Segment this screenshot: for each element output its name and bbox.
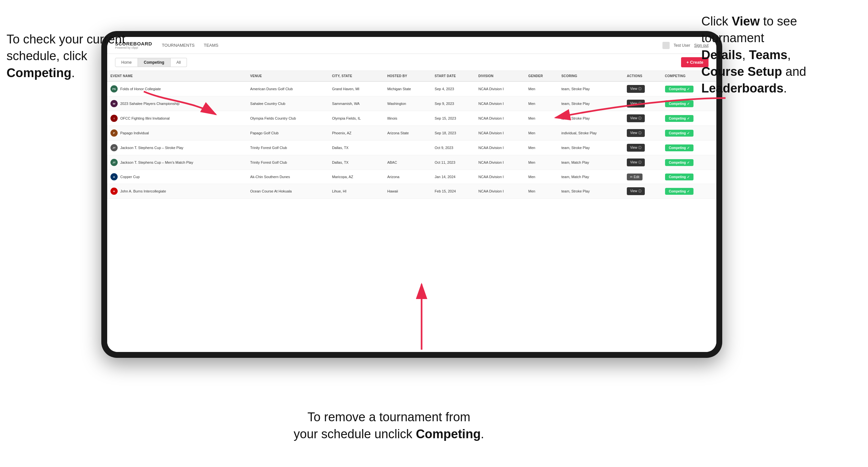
competing-cell: Competing ✓ (662, 170, 716, 184)
table-header-row: EVENT NAME VENUE CITY, STATE HOSTED BY S… (107, 71, 716, 82)
col-division: DIVISION (475, 71, 525, 82)
competing-button[interactable]: Competing ✓ (665, 86, 693, 92)
event-name-text: Copper Cup (120, 175, 140, 179)
table-row: HJohn A. Burns IntercollegiateOcean Cour… (107, 184, 716, 199)
view-button[interactable]: View ⓘ (627, 114, 645, 122)
venue-cell: Trinity Forest Golf Club (247, 155, 329, 170)
table-body: FSFolds of Honor CollegiateAmerican Dune… (107, 82, 716, 199)
competing-cell: Competing ✓ (662, 141, 716, 155)
gender-cell: Men (525, 96, 558, 111)
tablet-screen: SCOREBOARD Powered by clippi TOURNAMENTS… (107, 37, 716, 352)
division-cell: NCAA Division I (475, 126, 525, 141)
team-logo: JT (111, 144, 118, 151)
competing-button[interactable]: Competing ✓ (665, 159, 693, 166)
annotation-tr-bold5: Leaderboards (701, 82, 783, 95)
view-button[interactable]: View ⓘ (627, 85, 645, 93)
annotation-tl-bold: Competing (6, 66, 71, 80)
tablet-frame: SCOREBOARD Powered by clippi TOURNAMENTS… (101, 31, 722, 358)
annotation-tr-bold2: Details (701, 48, 742, 62)
competing-cell: Competing ✓ (662, 184, 716, 199)
view-button[interactable]: View ⓘ (627, 158, 645, 166)
city-state-cell: Phoenix, AZ (329, 126, 384, 141)
team-logo: JT (111, 159, 118, 166)
city-state-cell: Dallas, TX (329, 141, 384, 155)
scoring-cell: team, Stroke Play (558, 111, 624, 126)
division-cell: NCAA Division I (475, 155, 525, 170)
view-button[interactable]: View ⓘ (627, 129, 645, 137)
table-row: JTJackson T. Stephens Cup – Men's Match … (107, 155, 716, 170)
team-logo: H (111, 188, 118, 195)
user-name: Test User (674, 43, 690, 48)
tab-all[interactable]: All (170, 58, 187, 67)
event-name-cell: ACopper Cup (107, 170, 247, 184)
gender-cell: Men (525, 82, 558, 96)
venue-cell: Ocean Course At Hokuala (247, 184, 329, 199)
competing-cell: Competing ✓ (662, 96, 716, 111)
gender-cell: Men (525, 141, 558, 155)
competing-cell: Competing ✓ (662, 111, 716, 126)
competing-button[interactable]: Competing ✓ (665, 145, 693, 151)
actions-cell: View ⓘ (624, 111, 661, 126)
edit-button[interactable]: ✏ Edit (627, 174, 643, 180)
actions-cell: View ⓘ (624, 96, 661, 111)
actions-cell: View ⓘ (624, 82, 661, 96)
actions-cell: View ⓘ (624, 141, 661, 155)
actions-cell: ✏ Edit (624, 170, 661, 184)
city-state-cell: Olympia Fields, IL (329, 111, 384, 126)
view-button[interactable]: View ⓘ (627, 187, 645, 195)
hosted-by-cell: ABAC (384, 155, 431, 170)
annotation-b-text: To remove a tournament fromyour schedule… (294, 410, 484, 440)
team-logo: I (111, 115, 118, 122)
annotation-b-bold: Competing (416, 427, 480, 441)
hosted-by-cell: Hawaii (384, 184, 431, 199)
event-name-cell: PPapago Individual (107, 126, 247, 141)
city-state-cell: Grand Haven, MI (329, 82, 384, 96)
table-row: W2023 Sahalee Players ChampionshipSahale… (107, 96, 716, 111)
col-scoring: SCORING (558, 71, 624, 82)
annotation-tr-bold1: View (732, 14, 760, 28)
content-area: Home Competing All + Create EVENT NAME V… (107, 54, 716, 352)
hosted-by-cell: Washington (384, 96, 431, 111)
view-button[interactable]: View ⓘ (627, 144, 645, 152)
competing-button[interactable]: Competing ✓ (665, 130, 693, 136)
gender-cell: Men (525, 126, 558, 141)
col-gender: GENDER (525, 71, 558, 82)
competing-button[interactable]: Competing ✓ (665, 188, 693, 195)
nav-links: TOURNAMENTS TEAMS (162, 41, 662, 49)
view-button[interactable]: View ⓘ (627, 100, 645, 107)
division-cell: NCAA Division I (475, 111, 525, 126)
table-row: FSFolds of Honor CollegiateAmerican Dune… (107, 82, 716, 96)
event-name-cell: W2023 Sahalee Players Championship (107, 96, 247, 111)
start-date-cell: Sep 15, 2023 (431, 111, 475, 126)
competing-cell: Competing ✓ (662, 126, 716, 141)
competing-button[interactable]: Competing ✓ (665, 174, 693, 180)
start-date-cell: Oct 11, 2023 (431, 155, 475, 170)
scoring-cell: individual, Stroke Play (558, 126, 624, 141)
gender-cell: Men (525, 170, 558, 184)
col-actions: ACTIONS (624, 71, 661, 82)
table-container: EVENT NAME VENUE CITY, STATE HOSTED BY S… (107, 71, 716, 352)
annotation-tr-end: . (783, 82, 787, 95)
start-date-cell: Sep 18, 2023 (431, 126, 475, 141)
annotation-tr-bold3: Teams (749, 48, 787, 62)
gender-cell: Men (525, 155, 558, 170)
event-name-cell: HJohn A. Burns Intercollegiate (107, 184, 247, 199)
division-cell: NCAA Division I (475, 96, 525, 111)
scoring-cell: team, Match Play (558, 170, 624, 184)
annotation-tr-sep2: , (787, 48, 791, 62)
gender-cell: Men (525, 184, 558, 199)
start-date-cell: Feb 15, 2024 (431, 184, 475, 199)
division-cell: NCAA Division I (475, 170, 525, 184)
event-name-cell: JTJackson T. Stephens Cup – Stroke Play (107, 141, 247, 155)
venue-cell: Sahalee Country Club (247, 96, 329, 111)
competing-button[interactable]: Competing ✓ (665, 115, 693, 122)
competing-button[interactable]: Competing ✓ (665, 100, 693, 107)
event-name-cell: IOFCC Fighting Illini Invitational (107, 111, 247, 126)
nav-teams[interactable]: TEAMS (204, 41, 219, 49)
hosted-by-cell: Arizona State (384, 126, 431, 141)
venue-cell: Olympia Fields Country Club (247, 111, 329, 126)
table-row: ACopper CupAk-Chin Southern DunesMaricop… (107, 170, 716, 184)
col-city-state: CITY, STATE (329, 71, 384, 82)
city-state-cell: Dallas, TX (329, 155, 384, 170)
nav-tournaments[interactable]: TOURNAMENTS (162, 41, 194, 49)
